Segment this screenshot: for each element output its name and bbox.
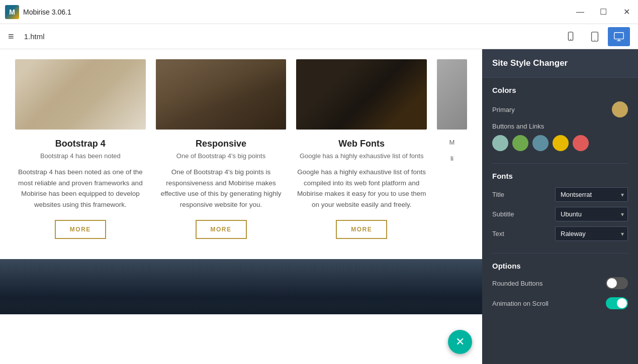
subtitle-font-wrap: Ubuntu Roboto Lato <box>555 207 628 221</box>
card-partial-subtitle: M <box>449 139 455 146</box>
card-webfonts-body: Google has a highly exhaustive list of f… <box>296 167 427 210</box>
tablet-icon <box>589 31 600 42</box>
color-swatch-5[interactable] <box>573 135 589 151</box>
card-responsive-image <box>156 59 287 130</box>
fonts-title: Fonts <box>492 172 628 180</box>
titlebar-left: M Mobirise 3.06.1 <box>5 5 71 19</box>
card-partial-image <box>437 59 467 130</box>
main-area: Bootstrap 4 Bootstrap 4 has been noted B… <box>0 49 638 364</box>
app-title: Mobirise 3.06.1 <box>23 8 71 16</box>
svg-rect-4 <box>614 32 623 39</box>
card-responsive-btn[interactable]: MORE <box>196 220 247 239</box>
file-name: 1.html <box>24 32 555 41</box>
desktop-icon <box>613 31 624 42</box>
card-responsive: Responsive One of Bootstrap 4's big poin… <box>156 59 287 239</box>
rounded-buttons-toggle[interactable] <box>606 277 628 289</box>
card-bootstrap-btn[interactable]: MORE <box>55 220 106 239</box>
card-webfonts-title: Web Fonts <box>338 139 385 149</box>
rounded-buttons-label: Rounded Buttons <box>492 280 542 287</box>
primary-color-swatch[interactable] <box>612 101 628 117</box>
card-responsive-body: One of Bootstrap 4's big points is respo… <box>156 167 287 210</box>
subtitle-font-label: Subtitle <box>492 210 514 218</box>
card-responsive-subtitle: One of Bootstrap 4's big points <box>176 152 265 160</box>
subtitle-font-select[interactable]: Ubuntu Roboto Lato <box>555 207 628 221</box>
content-area: Bootstrap 4 Bootstrap 4 has been noted B… <box>0 49 482 364</box>
buttons-links-label: Buttons and Links <box>492 123 544 130</box>
device-mobile-button[interactable] <box>560 27 582 46</box>
title-font-wrap: Montserrat Roboto Open Sans <box>555 187 628 202</box>
cards-section: Bootstrap 4 Bootstrap 4 has been noted B… <box>0 49 482 259</box>
colors-section: Colors Primary Buttons and Links <box>492 86 628 151</box>
text-font-row: Text Raleway Roboto Lato <box>492 226 628 241</box>
color-swatch-4[interactable] <box>553 135 569 151</box>
color-swatch-2[interactable] <box>512 135 528 151</box>
fab-button[interactable]: ✕ <box>448 330 472 354</box>
color-swatch-1[interactable] <box>492 135 508 151</box>
rounded-buttons-knob <box>607 278 617 288</box>
primary-label: Primary <box>492 106 515 113</box>
device-buttons <box>560 27 630 46</box>
color-swatch-3[interactable] <box>532 135 549 151</box>
animation-scroll-row: Animation on Scroll <box>492 297 628 309</box>
colors-title: Colors <box>492 86 628 94</box>
svg-point-1 <box>570 39 571 40</box>
fab-icon: ✕ <box>455 335 465 348</box>
animation-scroll-toggle[interactable] <box>606 297 628 309</box>
card-webfonts: Web Fonts Google has a highly exhaustive… <box>296 59 427 239</box>
minimize-button[interactable]: — <box>569 0 592 24</box>
text-font-select[interactable]: Raleway Roboto Lato <box>555 226 628 241</box>
card-bootstrap-title: Bootstrap 4 <box>55 139 106 149</box>
toolbar: ≡ 1.html <box>0 24 638 49</box>
fonts-section: Fonts Title Montserrat Roboto Open Sans … <box>492 172 628 241</box>
svg-point-3 <box>594 40 595 40</box>
subtitle-font-row: Subtitle Ubuntu Roboto Lato <box>492 207 628 221</box>
device-tablet-button[interactable] <box>584 27 606 46</box>
color-swatches <box>492 135 628 151</box>
panel-header: Site Style Changer <box>482 49 638 78</box>
card-bootstrap: Bootstrap 4 Bootstrap 4 has been noted B… <box>15 59 146 239</box>
app-logo: M <box>5 5 19 19</box>
title-font-label: Title <box>492 191 504 198</box>
card-webfonts-subtitle: Google has a highly exhaustive list of f… <box>300 152 423 160</box>
animation-scroll-knob <box>617 298 627 308</box>
titlebar-controls: — ☐ ✕ <box>569 0 638 24</box>
card-bootstrap-body: Bootstrap 4 has been noted as one of the… <box>15 167 146 210</box>
titlebar: M Mobirise 3.06.1 — ☐ ✕ <box>0 0 638 24</box>
card-bootstrap-subtitle: Bootstrap 4 has been noted <box>40 152 121 160</box>
panel-body: Colors Primary Buttons and Links <box>482 78 638 329</box>
device-desktop-button[interactable] <box>608 27 630 46</box>
card-partial: M li <box>437 59 467 239</box>
buttons-links-row: Buttons and Links <box>492 123 628 130</box>
text-font-wrap: Raleway Roboto Lato <box>555 226 628 241</box>
app-logo-letter: M <box>9 8 15 16</box>
card-webfonts-image <box>296 59 427 130</box>
rounded-buttons-row: Rounded Buttons <box>492 277 628 289</box>
divider-2 <box>492 253 628 254</box>
hamburger-icon[interactable]: ≡ <box>8 31 14 42</box>
maximize-button[interactable]: ☐ <box>592 0 615 24</box>
primary-row: Primary <box>492 101 628 117</box>
options-title: Options <box>492 262 628 270</box>
card-bootstrap-image <box>15 59 146 130</box>
card-webfonts-btn[interactable]: MORE <box>336 220 387 239</box>
card-partial-body: li <box>450 153 453 229</box>
options-section: Options Rounded Buttons Animation on Scr… <box>492 262 628 309</box>
animation-scroll-label: Animation on Scroll <box>492 300 549 307</box>
side-panel: Site Style Changer Colors Primary Button… <box>482 49 638 364</box>
close-button[interactable]: ✕ <box>615 0 638 24</box>
divider-1 <box>492 163 628 164</box>
card-responsive-title: Responsive <box>196 139 246 149</box>
scenic-section <box>0 259 482 314</box>
text-font-label: Text <box>492 230 504 237</box>
title-font-row: Title Montserrat Roboto Open Sans <box>492 187 628 202</box>
mobile-icon <box>565 31 576 42</box>
title-font-select[interactable]: Montserrat Roboto Open Sans <box>555 187 628 202</box>
